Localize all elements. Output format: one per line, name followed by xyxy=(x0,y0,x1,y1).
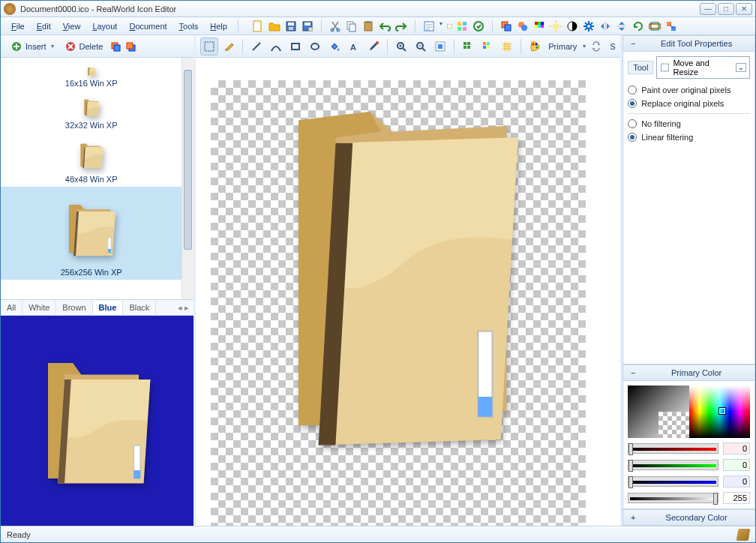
radio-replace[interactable]: Replace original pixels xyxy=(628,97,750,110)
icon-size-item[interactable]: 256x256 Win XP xyxy=(1,187,182,280)
menu-document[interactable]: Document xyxy=(123,20,172,33)
swap-color-icon[interactable] xyxy=(587,38,605,56)
zoom-in-icon[interactable] xyxy=(392,38,410,56)
ellipse-tool-icon[interactable] xyxy=(306,38,324,56)
layer-front-icon[interactable] xyxy=(108,39,123,54)
red-value[interactable]: 0 xyxy=(723,442,750,454)
save-icon[interactable] xyxy=(284,19,298,34)
script-icon[interactable] xyxy=(471,19,486,34)
resize-icon[interactable] xyxy=(664,19,679,34)
icon-size-item[interactable]: 16x16 Win XP xyxy=(1,61,182,91)
canvas-area[interactable] xyxy=(196,58,620,526)
flip-v-icon[interactable] xyxy=(614,19,629,34)
green-value[interactable]: 0 xyxy=(723,459,750,471)
insert-button[interactable]: Insert ▾ xyxy=(5,38,59,56)
svg-point-86 xyxy=(536,46,538,48)
tool-dropdown-icon[interactable]: ⌄ xyxy=(736,63,746,72)
grid-color-icon[interactable] xyxy=(478,38,496,56)
insert-label: Insert xyxy=(26,42,46,51)
batch-icon[interactable] xyxy=(454,19,470,34)
menu-layout[interactable]: Layout xyxy=(86,20,123,33)
green-slider[interactable] xyxy=(628,460,718,470)
preview-bg-tab-white[interactable]: White xyxy=(22,301,56,314)
close-button[interactable]: ✕ xyxy=(736,3,752,15)
preview-bg-tab-black[interactable]: Black xyxy=(123,301,156,314)
cut-icon[interactable] xyxy=(328,19,343,34)
delete-button[interactable]: Delete xyxy=(59,38,109,56)
alpha-slider[interactable] xyxy=(628,493,718,503)
ellipse-layers-icon[interactable] xyxy=(515,19,530,34)
svg-rect-76 xyxy=(464,42,466,45)
contrast-icon[interactable] xyxy=(565,19,580,34)
brightness-icon[interactable] xyxy=(548,19,563,34)
fill-tool-icon[interactable] xyxy=(326,38,344,56)
collapse-primary-icon[interactable]: − xyxy=(628,368,638,377)
paste-icon[interactable] xyxy=(361,19,376,34)
preview-bg-tab-all[interactable]: All xyxy=(1,301,22,314)
tab-scroll-arrows[interactable]: ◂ ▸ xyxy=(173,303,194,313)
preview-bg-tab-brown[interactable]: Brown xyxy=(56,301,92,314)
insert-dropdown-icon: ▾ xyxy=(51,43,54,50)
maximize-button[interactable]: □ xyxy=(718,3,734,15)
open-icon[interactable] xyxy=(267,19,282,34)
delete-label: Delete xyxy=(80,42,104,51)
blue-value[interactable]: 0 xyxy=(723,476,750,488)
primary-color-label: Primary xyxy=(545,42,580,51)
eyedropper-tool-icon[interactable] xyxy=(364,38,382,56)
preview-bg-tab-blue[interactable]: Blue xyxy=(93,301,124,314)
rect-tool-icon[interactable] xyxy=(286,38,304,56)
center-panel: A Primary ▾ S xyxy=(196,35,620,526)
rotate-icon[interactable] xyxy=(631,19,646,34)
zoom-out-icon[interactable] xyxy=(412,38,430,56)
red-slider[interactable] xyxy=(628,443,718,454)
text-tool-icon[interactable]: A xyxy=(345,38,363,56)
primary-dropdown-icon[interactable]: ▾ xyxy=(583,43,586,50)
icon-size-item[interactable]: 32x32 Win XP xyxy=(1,91,182,133)
crop-icon[interactable] xyxy=(647,19,662,34)
menu-tools[interactable]: Tools xyxy=(173,20,205,33)
menu-edit[interactable]: Edit xyxy=(31,20,57,33)
undo-icon[interactable] xyxy=(377,19,392,34)
select-tool-icon[interactable] xyxy=(200,38,218,56)
export-icon[interactable]: ▾ xyxy=(438,19,453,34)
menu-file[interactable]: File xyxy=(5,20,31,33)
new-icon[interactable] xyxy=(250,19,266,34)
titlebar: Document0000.ico - RealWorld Icon Editor… xyxy=(1,1,755,17)
flip-h-icon[interactable] xyxy=(598,19,613,34)
grid-lines-icon[interactable] xyxy=(498,38,516,56)
redo-icon[interactable] xyxy=(394,19,409,34)
menu-help[interactable]: Help xyxy=(204,20,233,33)
curve-tool-icon[interactable] xyxy=(267,38,285,56)
svg-rect-13 xyxy=(448,24,452,28)
scrollbar[interactable] xyxy=(182,58,194,299)
save-as-icon[interactable] xyxy=(300,19,315,34)
tool-select[interactable]: Move and Resize ⌄ xyxy=(656,56,750,79)
menu-view[interactable]: View xyxy=(57,20,87,33)
grid-icon[interactable] xyxy=(459,38,477,56)
radio-no-filter[interactable]: No filtering xyxy=(628,117,750,130)
expand-secondary-icon[interactable]: + xyxy=(628,513,638,522)
svg-point-63 xyxy=(311,44,319,50)
hue-picker[interactable] xyxy=(689,386,750,438)
gear-icon[interactable] xyxy=(581,19,596,34)
layers-icon[interactable] xyxy=(499,19,514,34)
pencil-tool-icon[interactable] xyxy=(220,38,238,56)
copy-icon[interactable] xyxy=(344,19,359,34)
svg-rect-5 xyxy=(304,22,310,26)
wizard-icon[interactable] xyxy=(422,19,436,34)
saturation-value-picker[interactable] xyxy=(628,386,688,438)
zoom-fit-icon[interactable] xyxy=(431,38,449,56)
svg-rect-83 xyxy=(487,46,490,49)
layer-back-icon[interactable] xyxy=(123,39,138,54)
radio-linear-filter[interactable]: Linear filtering xyxy=(628,130,750,144)
blue-slider[interactable] xyxy=(628,476,718,487)
radio-paint-over[interactable]: Paint over original pixels xyxy=(628,83,750,97)
alpha-slider-row: 255 xyxy=(628,492,750,504)
line-tool-icon[interactable] xyxy=(248,38,266,56)
icon-size-item[interactable]: 48x48 Win XP xyxy=(1,133,182,187)
minimize-button[interactable]: — xyxy=(700,3,716,15)
alpha-value[interactable]: 255 xyxy=(723,492,750,504)
collapse-edit-tool-icon[interactable]: − xyxy=(628,39,638,48)
palette-icon[interactable] xyxy=(532,19,547,34)
color-picker-icon[interactable] xyxy=(526,38,544,56)
